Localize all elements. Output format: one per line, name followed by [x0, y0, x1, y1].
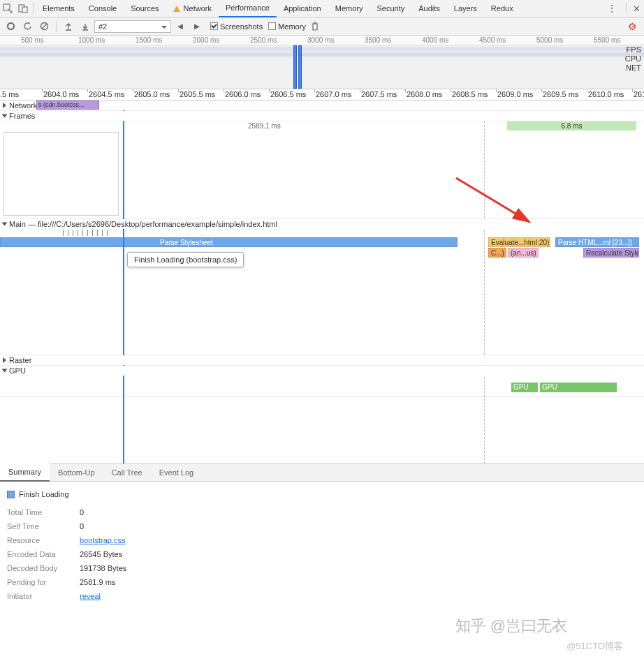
prev-button[interactable]: ◄	[173, 19, 188, 34]
tab-redux[interactable]: Redux	[484, 0, 520, 17]
watermark: 知乎 @岂曰无衣	[455, 616, 567, 637]
summary-key: Resource	[7, 533, 71, 547]
ruler-tick: 2605.5 ms	[180, 90, 215, 98]
summary-row: Initiatorreveal	[7, 589, 637, 603]
track-main[interactable]: Main — file:///C:/Users/s2696/Desktop/pe…	[0, 219, 644, 355]
network-bar[interactable]: s (cdn.bootcss...	[36, 101, 99, 110]
record-button[interactable]	[3, 19, 18, 34]
playhead[interactable]	[123, 101, 124, 463]
tab-audits[interactable]: Audits	[411, 0, 447, 17]
gpu-bar[interactable]: GPU	[511, 383, 538, 392]
svg-line-5	[456, 178, 529, 222]
flame-recalc-style[interactable]: Recalculate Style	[583, 248, 639, 258]
tab-bottomup[interactable]: Bottom-Up	[50, 463, 103, 482]
track-network[interactable]: Network s (cdn.bootcss...	[0, 101, 644, 111]
svg-rect-2	[22, 7, 27, 13]
summary-key: Initiator	[7, 589, 71, 603]
overview-strip[interactable]: 500 ms1000 ms1500 ms2000 ms2500 ms3000 m…	[0, 36, 644, 89]
overview-tick: 5000 ms	[536, 36, 563, 44]
ruler-tick: 2608.0 ms	[407, 90, 442, 98]
ruler-tick: 2610.0 ms	[588, 90, 624, 98]
tab-performance[interactable]: Performance	[219, 0, 277, 17]
frame-thumbnail[interactable]	[3, 132, 119, 216]
more-icon[interactable]: ⋮	[600, 3, 624, 14]
summary-key: Pending for	[7, 575, 71, 589]
overview-handle-left[interactable]	[293, 45, 297, 89]
summary-value: 2581.9 ms	[80, 575, 115, 589]
ruler-tick: 2605.0 ms	[134, 90, 170, 98]
summary-row: Resourcebootstrap.css	[7, 533, 637, 547]
upload-button[interactable]	[61, 19, 76, 34]
flame-anonymous[interactable]: (an...us)	[508, 248, 539, 258]
tab-sources[interactable]: Sources	[124, 0, 166, 17]
watermark: @51CTO博客	[566, 640, 623, 653]
overview-tick: 2000 ms	[193, 36, 219, 44]
tab-summary[interactable]: Summary	[0, 463, 50, 482]
overview-lane-labels: FPS CPU NET	[625, 45, 641, 73]
flame-compile[interactable]: C...)	[488, 248, 506, 258]
ruler-tick: 2607.0 ms	[316, 90, 351, 98]
settings-icon[interactable]: ⚙	[628, 21, 637, 32]
track-frames[interactable]: Frames 2589.1 ms 6.8 ms	[0, 111, 644, 219]
track-raster[interactable]: Raster	[0, 355, 644, 366]
summary-row: Pending for2581.9 ms	[7, 575, 637, 589]
tab-network[interactable]: Network	[166, 0, 219, 17]
overview-tick: 3000 ms	[307, 36, 334, 44]
frame-time-1: 2589.1 ms	[248, 122, 281, 130]
tooltip: Finish Loading (bootstrap.css)	[127, 252, 244, 267]
tab-elements[interactable]: Elements	[36, 0, 82, 17]
summary-value: 26545 Bytes	[80, 547, 122, 561]
disclosure-icon[interactable]	[2, 114, 8, 118]
ruler-tick: 2606.0 ms	[225, 90, 261, 98]
device-icon[interactable]	[15, 0, 31, 17]
next-button[interactable]: ►	[189, 19, 205, 34]
flame-parse-stylesheet[interactable]: Parse Stylesheet	[0, 237, 458, 247]
summary-key: Total Time	[7, 505, 71, 519]
screenshots-label: Screenshots	[220, 22, 263, 31]
tab-calltree[interactable]: Call Tree	[103, 463, 151, 482]
profile-select-value: #2	[98, 22, 107, 31]
flame-chart[interactable]: Network s (cdn.bootcss... Frames 2589.1 …	[0, 101, 644, 463]
summary-value: 0	[80, 519, 84, 533]
summary-row: Encoded Data26545 Bytes	[7, 547, 637, 561]
overview-tick: 1500 ms	[136, 36, 162, 44]
ruler-tick: 2609.0 ms	[497, 90, 533, 98]
disclosure-icon[interactable]	[3, 357, 6, 363]
close-icon[interactable]: ✕	[629, 0, 644, 17]
memory-checkbox[interactable]: Memory	[268, 22, 306, 31]
overview-tick: 3500 ms	[365, 36, 391, 44]
flame-parse-html[interactable]: Parse HTML...ml [23...])	[555, 237, 639, 247]
download-button[interactable]	[78, 19, 93, 34]
reload-button[interactable]	[20, 19, 35, 34]
overview-tick: 4500 ms	[479, 36, 506, 44]
gpu-bar[interactable]: GPU	[540, 383, 617, 392]
tab-memory[interactable]: Memory	[328, 0, 370, 17]
event-markers	[63, 230, 108, 236]
disclosure-icon[interactable]	[2, 369, 8, 373]
tab-console[interactable]: Console	[82, 0, 124, 17]
clear-button[interactable]	[36, 19, 52, 34]
ruler-tick: 2609.5 ms	[543, 90, 578, 98]
summary-link[interactable]: reveal	[80, 589, 101, 603]
flame-evaluate[interactable]: Evaluate...html:20)	[488, 237, 550, 247]
tab-eventlog[interactable]: Event Log	[151, 463, 203, 482]
inspect-icon[interactable]	[0, 0, 15, 17]
main-label: Main — file:///C:/Users/s2696/Desktop/pe…	[9, 220, 277, 228]
time-ruler[interactable]: .5 ms2604.0 ms2604.5 ms2605.0 ms2605.5 m…	[0, 89, 644, 101]
disclosure-icon[interactable]	[3, 103, 6, 108]
tab-security[interactable]: Security	[369, 0, 411, 17]
svg-line-4	[42, 24, 47, 29]
profile-select[interactable]: #2	[94, 20, 171, 33]
overview-tick: 1000 ms	[78, 36, 105, 44]
disclosure-icon[interactable]	[2, 223, 8, 226]
frame-time-2[interactable]: 6.8 ms	[507, 121, 636, 131]
details-tabbar: Summary Bottom-Up Call Tree Event Log	[0, 463, 644, 482]
gc-button[interactable]	[307, 19, 323, 34]
raster-label: Raster	[9, 356, 31, 364]
tab-layers[interactable]: Layers	[447, 0, 484, 17]
memory-label: Memory	[278, 22, 306, 31]
track-gpu[interactable]: GPU GPU GPU	[0, 366, 644, 397]
screenshots-checkbox[interactable]: Screenshots	[210, 22, 263, 31]
summary-link[interactable]: bootstrap.css	[80, 533, 125, 547]
tab-application[interactable]: Application	[277, 0, 328, 17]
